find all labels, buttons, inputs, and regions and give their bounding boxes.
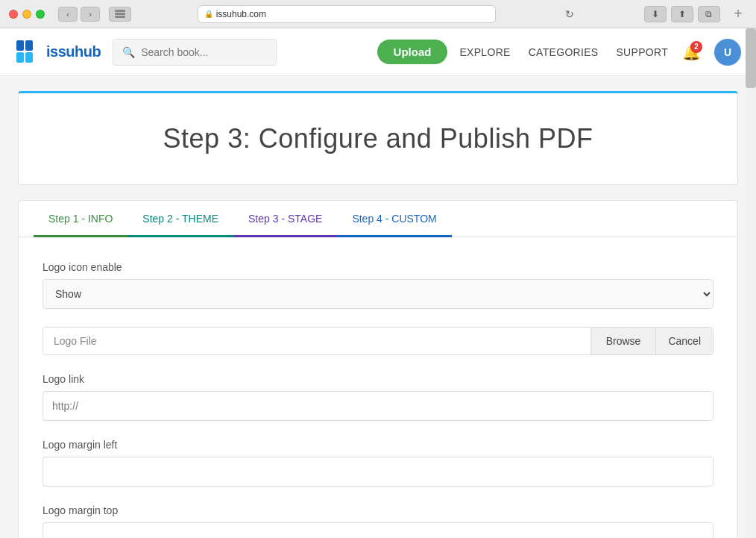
- app-window: ‹ › 🔒 issuhub.com ↻ ⬇ ⬆ ⧉ +: [0, 0, 756, 538]
- window-chrome: ‹ › 🔒 issuhub.com ↻ ⬇ ⬆ ⧉ +: [0, 0, 756, 28]
- logo-file-name: Logo File: [43, 328, 590, 354]
- page-content: Step 3: Configure and Publish PDF Step 1…: [0, 76, 756, 538]
- logo-margin-top-label: Logo margin top: [42, 504, 714, 516]
- step-content: Logo icon enable Show Hide Logo File Bro…: [19, 237, 737, 538]
- logo-icon-select[interactable]: Show Hide: [42, 279, 714, 309]
- back-button[interactable]: ‹: [58, 7, 78, 22]
- logo-icon-label: Logo icon enable: [42, 261, 714, 273]
- close-button[interactable]: [9, 10, 18, 19]
- logo-margin-left-label: Logo margin left: [42, 439, 714, 451]
- tab-layout-button[interactable]: [109, 7, 131, 22]
- tab-theme[interactable]: Step 2 - THEME: [127, 201, 233, 237]
- browser-nav-buttons: ‹ ›: [58, 7, 100, 22]
- fullscreen-button[interactable]: [36, 10, 45, 19]
- tab-stage[interactable]: Step 3 - STAGE: [233, 201, 337, 237]
- upload-button[interactable]: Upload: [377, 40, 448, 64]
- svg-rect-4: [25, 40, 33, 51]
- logo[interactable]: issuhub: [15, 39, 101, 66]
- user-avatar[interactable]: U: [714, 39, 741, 66]
- svg-rect-5: [16, 52, 24, 63]
- logo-icon-group: Logo icon enable Show Hide: [42, 261, 714, 309]
- search-input[interactable]: [141, 46, 267, 58]
- logo-link-input[interactable]: [42, 391, 714, 421]
- logo-icon: [15, 39, 42, 66]
- search-icon: 🔍: [122, 46, 135, 58]
- logo-file-row: Logo File Browse Cancel: [42, 327, 714, 355]
- download-button[interactable]: ⬇: [644, 6, 667, 22]
- steps-tabs: Step 1 - INFO Step 2 - THEME Step 3 - ST…: [19, 201, 737, 237]
- nav-categories[interactable]: CATEGORIES: [529, 46, 599, 58]
- notification-badge: 2: [690, 41, 702, 53]
- share-button[interactable]: ⬆: [671, 6, 693, 22]
- nav-links: EXPLORE CATEGORIES SUPPORT: [459, 46, 668, 58]
- navbar: issuhub 🔍 Upload EXPLORE CATEGORIES SUPP…: [0, 28, 756, 76]
- url-text: issuhub.com: [216, 9, 266, 19]
- svg-rect-1: [115, 13, 125, 15]
- svg-rect-3: [16, 40, 24, 51]
- search-bar: 🔍: [113, 39, 277, 66]
- nav-explore[interactable]: EXPLORE: [459, 46, 510, 58]
- logo-margin-top-input[interactable]: [42, 522, 714, 538]
- scrollbar-thumb[interactable]: [746, 28, 756, 88]
- window-actions: ⬇ ⬆ ⧉: [644, 6, 720, 22]
- notification-bell[interactable]: 🔔 2: [680, 41, 702, 63]
- logo-margin-left-input[interactable]: [42, 457, 714, 487]
- svg-rect-0: [115, 10, 125, 12]
- page-title: Step 3: Configure and Publish PDF: [34, 123, 722, 154]
- traffic-lights: [9, 10, 45, 19]
- minimize-button[interactable]: [22, 10, 31, 19]
- lock-icon: 🔒: [204, 10, 213, 18]
- site-wrapper: issuhub 🔍 Upload EXPLORE CATEGORIES SUPP…: [0, 28, 756, 538]
- split-view-button[interactable]: ⧉: [698, 6, 720, 22]
- reload-button[interactable]: ↻: [561, 6, 578, 22]
- nav-support[interactable]: SUPPORT: [616, 46, 668, 58]
- scrollbar-track: [746, 28, 756, 538]
- logo-margin-left-group: Logo margin left: [42, 439, 714, 487]
- logo-text: issuhub: [46, 43, 101, 60]
- steps-card: Step 1 - INFO Step 2 - THEME Step 3 - ST…: [18, 200, 738, 538]
- logo-margin-top-group: Logo margin top: [42, 504, 714, 538]
- svg-rect-6: [25, 52, 33, 63]
- header-card: Step 3: Configure and Publish PDF: [18, 91, 738, 185]
- address-bar[interactable]: 🔒 issuhub.com: [198, 5, 496, 23]
- forward-button[interactable]: ›: [81, 7, 100, 22]
- logo-link-label: Logo link: [42, 373, 714, 385]
- logo-link-group: Logo link: [42, 373, 714, 421]
- tab-info[interactable]: Step 1 - INFO: [34, 201, 127, 237]
- cancel-upload-button[interactable]: Cancel: [655, 328, 713, 354]
- browse-button[interactable]: Browse: [590, 328, 656, 354]
- new-tab-button[interactable]: +: [729, 5, 747, 23]
- tab-custom[interactable]: Step 4 - CUSTOM: [337, 201, 451, 237]
- svg-rect-2: [115, 16, 125, 18]
